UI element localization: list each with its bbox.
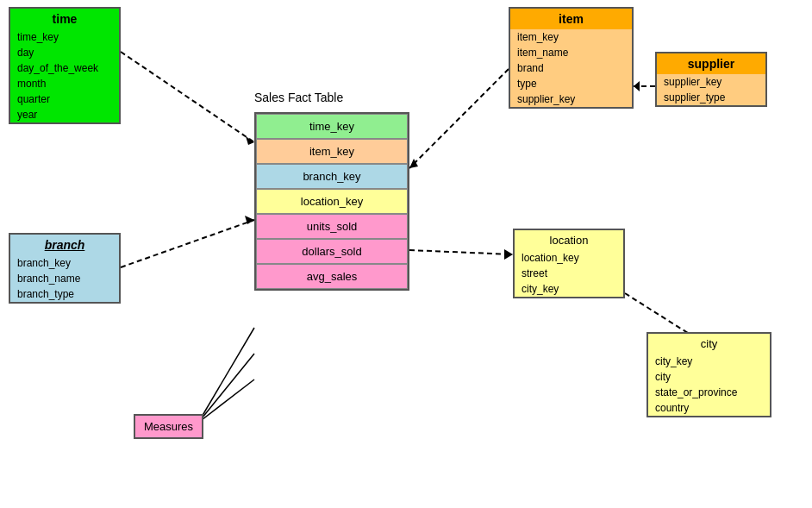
fact-row-time_key: time_key bbox=[256, 114, 408, 139]
city-field-state_or_province: state_or_province bbox=[648, 385, 770, 400]
item-field-brand: brand bbox=[510, 60, 632, 76]
time-field-quarter: quarter bbox=[10, 91, 119, 107]
branch-table-header: branch bbox=[10, 235, 119, 255]
time-field-year: year bbox=[10, 107, 119, 122]
time-field-time_key: time_key bbox=[10, 29, 119, 45]
city-table: city city_key city state_or_province cou… bbox=[646, 332, 771, 417]
svg-line-14 bbox=[198, 379, 254, 423]
item-table-header: item bbox=[510, 9, 632, 29]
svg-marker-5 bbox=[409, 159, 418, 168]
item-field-supplier_key: supplier_key bbox=[510, 91, 632, 107]
time-field-day: day bbox=[10, 45, 119, 60]
fact-row-location_key: location_key bbox=[256, 189, 408, 214]
time-field-day_of_the_week: day_of_the_week bbox=[10, 60, 119, 76]
fact-row-avg_sales: avg_sales bbox=[256, 264, 408, 289]
svg-line-8 bbox=[409, 250, 513, 254]
svg-marker-9 bbox=[504, 249, 513, 260]
branch-field-branch_name: branch_name bbox=[10, 271, 119, 286]
city-table-header: city bbox=[648, 334, 770, 354]
item-table: item item_key item_name brand type suppl… bbox=[509, 7, 634, 109]
svg-line-0 bbox=[121, 52, 254, 142]
location-table-header: location bbox=[515, 230, 623, 250]
item-field-type: type bbox=[510, 76, 632, 91]
city-field-country: country bbox=[648, 400, 770, 416]
location-field-street: street bbox=[515, 266, 623, 281]
measures-label: Measures bbox=[134, 414, 203, 439]
location-field-location_key: location_key bbox=[515, 250, 623, 266]
fact-row-units_sold: units_sold bbox=[256, 214, 408, 239]
supplier-field-supplier_key: supplier_key bbox=[657, 74, 765, 90]
svg-line-13 bbox=[198, 354, 254, 423]
svg-line-4 bbox=[409, 69, 509, 168]
svg-marker-3 bbox=[245, 216, 254, 224]
location-field-city_key: city_key bbox=[515, 281, 623, 297]
supplier-table-header: supplier bbox=[657, 53, 765, 74]
city-field-city: city bbox=[648, 369, 770, 385]
time-field-month: month bbox=[10, 76, 119, 91]
city-field-city_key: city_key bbox=[648, 354, 770, 369]
svg-line-2 bbox=[121, 220, 254, 267]
fact-row-item_key: item_key bbox=[256, 139, 408, 164]
location-table: location location_key street city_key bbox=[513, 229, 625, 298]
supplier-field-supplier_type: supplier_type bbox=[657, 90, 765, 105]
svg-marker-1 bbox=[246, 136, 254, 145]
supplier-table: supplier supplier_key supplier_type bbox=[655, 52, 767, 107]
item-field-item_name: item_name bbox=[510, 45, 632, 60]
branch-table: branch branch_key branch_name branch_typ… bbox=[9, 233, 121, 304]
svg-marker-7 bbox=[634, 81, 640, 91]
fact-row-dollars_sold: dollars_sold bbox=[256, 239, 408, 264]
diagram-container: time time_key day day_of_the_week month … bbox=[0, 0, 812, 508]
branch-field-branch_key: branch_key bbox=[10, 255, 119, 271]
fact-table-label: Sales Fact Table bbox=[254, 91, 343, 104]
fact-table: time_key item_key branch_key location_ke… bbox=[254, 112, 409, 291]
item-field-item_key: item_key bbox=[510, 29, 632, 45]
time-table-header: time bbox=[10, 9, 119, 29]
time-table: time time_key day day_of_the_week month … bbox=[9, 7, 121, 124]
svg-line-12 bbox=[198, 328, 254, 423]
branch-field-branch_type: branch_type bbox=[10, 286, 119, 302]
fact-row-branch_key: branch_key bbox=[256, 164, 408, 189]
